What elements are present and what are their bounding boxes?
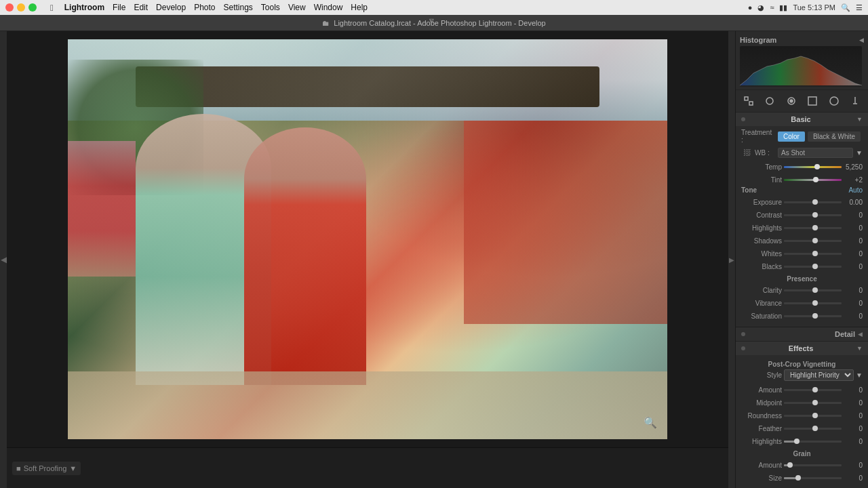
contrast-thumb[interactable] xyxy=(812,212,818,218)
filmstrip-view-toggle[interactable]: ■ Soft Proofing ▼ xyxy=(12,462,81,475)
vignette-roundness-thumb[interactable] xyxy=(812,413,818,418)
shadows-slider[interactable] xyxy=(784,240,842,242)
temp-slider[interactable] xyxy=(784,166,842,168)
menu-edit[interactable]: Edit xyxy=(134,3,148,12)
histogram-header[interactable]: Histogram ◀ xyxy=(740,34,864,46)
menu-help[interactable]: Help xyxy=(351,3,368,12)
contrast-slider[interactable] xyxy=(784,214,842,216)
menu-window[interactable]: Window xyxy=(314,3,343,12)
saturation-slider[interactable] xyxy=(784,315,842,317)
histogram-section: Histogram ◀ xyxy=(736,31,868,90)
grain-size-thumb[interactable] xyxy=(795,475,801,481)
filmstrip-chevron: ▼ xyxy=(69,464,77,472)
left-panel-toggle[interactable]: ◀ xyxy=(0,31,7,488)
detail-section-header[interactable]: Detail ◀ xyxy=(736,327,868,342)
menu-photo[interactable]: Photo xyxy=(194,3,215,12)
minimize-button[interactable] xyxy=(17,3,25,12)
clarity-thumb[interactable] xyxy=(812,287,818,293)
menu-view[interactable]: View xyxy=(288,3,306,12)
tool-icons-row xyxy=(736,90,868,113)
svg-point-6 xyxy=(830,97,838,105)
vignette-highlights-thumb[interactable] xyxy=(794,439,800,444)
shadows-thumb[interactable] xyxy=(812,238,818,243)
shadows-value: 0 xyxy=(844,237,863,245)
wb-eyedropper[interactable]: ⛆ xyxy=(741,147,752,158)
grain-size-label: Size xyxy=(741,474,782,482)
wb-dropdown-arrow[interactable]: ▼ xyxy=(856,149,863,157)
clarity-slider[interactable] xyxy=(784,289,842,291)
svg-rect-1 xyxy=(749,102,753,105)
temp-thumb[interactable] xyxy=(814,164,820,169)
close-button[interactable] xyxy=(5,3,14,12)
blacks-thumb[interactable] xyxy=(812,264,818,269)
menu-settings[interactable]: Settings xyxy=(224,3,253,12)
exposure-slider-row: Exposure 0.00 xyxy=(741,196,863,208)
grain-amount-thumb[interactable] xyxy=(787,462,793,468)
crop-tool[interactable] xyxy=(741,94,756,108)
magnifier-icon: 🔍 xyxy=(644,416,657,429)
vignette-feather-slider[interactable] xyxy=(784,428,842,430)
wb-dropdown[interactable]: As Shot xyxy=(778,148,853,158)
adjustment-brush-tool[interactable] xyxy=(848,94,863,108)
vignette-roundness-slider[interactable] xyxy=(784,415,842,417)
maximize-button[interactable] xyxy=(28,3,37,12)
grain-size-slider[interactable] xyxy=(784,477,842,479)
right-panel-toggle[interactable]: ▶ xyxy=(728,31,735,488)
blacks-slider[interactable] xyxy=(784,266,842,268)
clarity-value: 0 xyxy=(844,287,863,294)
red-eye-tool[interactable] xyxy=(784,94,799,108)
basic-panel-title: Basic xyxy=(791,115,810,123)
vignette-midpoint-thumb[interactable] xyxy=(812,400,818,405)
menu-file[interactable]: File xyxy=(113,3,125,12)
detail-collapse-arrow: ◀ xyxy=(858,331,863,338)
spot-removal-tool[interactable] xyxy=(762,94,777,108)
vibrance-slider-row: Vibrance 0 xyxy=(741,297,863,309)
saturation-slider-row: Saturation 0 xyxy=(741,310,863,322)
temp-label: Temp xyxy=(741,163,782,171)
tone-title: Tone xyxy=(741,186,757,194)
radial-filter-tool[interactable] xyxy=(827,94,842,108)
vignette-midpoint-slider[interactable] xyxy=(784,402,842,404)
whites-slider-row: Whites 0 xyxy=(741,247,863,260)
menu-develop[interactable]: Develop xyxy=(156,3,186,12)
photo-view[interactable]: 🔍 xyxy=(68,39,667,439)
app-name: Lightroom xyxy=(64,3,104,12)
tint-slider[interactable] xyxy=(784,179,842,181)
tint-thumb[interactable] xyxy=(813,177,818,182)
vignette-feather-thumb[interactable] xyxy=(812,426,818,431)
tint-value: +2 xyxy=(844,176,863,184)
graduated-filter-tool[interactable] xyxy=(805,94,820,108)
vignette-midpoint-label: Midpoint xyxy=(741,399,782,407)
grain-amount-value: 0 xyxy=(844,462,863,469)
search-icon[interactable]: 🔍 xyxy=(841,3,850,12)
menu-tools[interactable]: Tools xyxy=(261,3,280,12)
exposure-thumb[interactable] xyxy=(812,199,818,205)
bw-treatment-button[interactable]: Black & White xyxy=(808,131,861,142)
color-treatment-button[interactable]: Color xyxy=(778,131,805,142)
vibrance-slider[interactable] xyxy=(784,302,842,304)
vignette-highlights-slider[interactable] xyxy=(784,441,842,443)
vignette-style-dropdown[interactable]: Highlight Priority xyxy=(784,369,854,381)
vignette-amount-slider[interactable] xyxy=(784,389,842,391)
highlights-thumb[interactable] xyxy=(812,225,818,230)
basic-panel-header[interactable]: Basic ▼ xyxy=(736,113,868,126)
treatment-row: Treatment : Color Black & White xyxy=(741,129,863,144)
exposure-slider[interactable] xyxy=(784,201,842,203)
tint-slider-row: Tint +2 xyxy=(741,174,863,186)
contrast-label: Contrast xyxy=(741,211,782,219)
filmstrip: ■ Soft Proofing ▼ xyxy=(7,447,728,488)
exposure-label: Exposure xyxy=(741,199,782,206)
effects-header[interactable]: Effects ▼ xyxy=(736,342,868,355)
menu-icon[interactable]: ☰ xyxy=(856,3,863,12)
vignette-amount-thumb[interactable] xyxy=(812,387,818,392)
highlights-slider[interactable] xyxy=(784,227,842,229)
saturation-thumb[interactable] xyxy=(812,313,818,319)
vignette-midpoint-row: Midpoint 0 xyxy=(741,396,863,409)
whites-slider[interactable] xyxy=(784,253,842,255)
grain-title: Grain xyxy=(741,450,863,458)
vibrance-thumb[interactable] xyxy=(812,300,818,306)
whites-thumb[interactable] xyxy=(812,251,818,256)
presence-title: Presence xyxy=(741,275,863,283)
grain-amount-slider[interactable] xyxy=(784,464,842,466)
auto-tone-button[interactable]: Auto xyxy=(848,186,863,194)
